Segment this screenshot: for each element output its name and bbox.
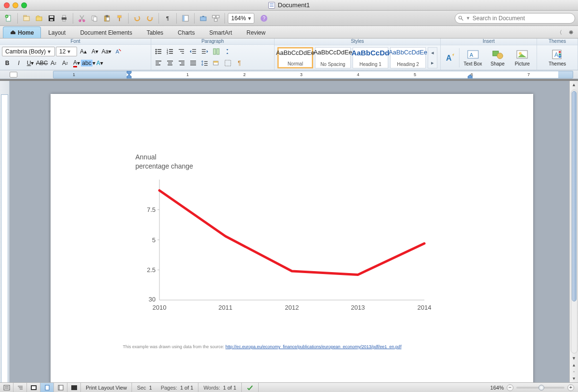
copy-button[interactable] (89, 13, 100, 24)
spellcheck-button[interactable] (242, 383, 259, 392)
next-page-button[interactable]: ▾ (573, 376, 575, 382)
help-button[interactable]: ? (258, 13, 270, 24)
insert-picture-button[interactable]: Picture (511, 49, 534, 66)
scroll-down-button[interactable]: ▼ (570, 354, 578, 362)
font-size-select[interactable]: 12▾ (56, 47, 77, 56)
bullets-button[interactable] (153, 47, 164, 56)
show-formatting-button[interactable]: ¶ (162, 13, 173, 24)
print-layout-view-button[interactable] (40, 383, 54, 392)
first-line-indent-marker[interactable] (127, 71, 131, 78)
style-normal[interactable]: AaBbCcDdEe Normal (277, 47, 313, 68)
subscript-button[interactable]: A2 (60, 58, 70, 68)
change-case-button[interactable]: Aa▾ (101, 47, 112, 56)
fullscreen-view-button[interactable] (67, 383, 81, 392)
insert-text-effects-button[interactable]: A (444, 52, 457, 64)
ruler-track[interactable]: 1 1 2 3 4 5 6 7 (53, 71, 573, 78)
new-doc-button[interactable]: + (3, 13, 14, 24)
tab-selector[interactable] (10, 72, 17, 78)
align-right-button[interactable] (176, 58, 187, 68)
paragraph-dialog-button[interactable]: ¶ (234, 58, 245, 68)
document-page[interactable]: Annualpercentage change 2.5 5 7.5 2010 (51, 94, 533, 382)
style-no-spacing[interactable]: AaBbCcDdEe No Spacing (315, 47, 351, 68)
style-heading-1[interactable]: AaBbCcDd Heading 1 (353, 47, 388, 68)
save-button[interactable] (46, 13, 57, 24)
tab-smartart[interactable]: SmartArt (202, 26, 239, 38)
clear-format-button[interactable]: A (113, 47, 123, 56)
search-field[interactable]: ▾ (455, 13, 575, 24)
insert-shape-button[interactable]: Shape (486, 49, 509, 66)
document-area[interactable]: Annualpercentage change 2.5 5 7.5 2010 (0, 81, 569, 382)
right-indent-marker[interactable] (468, 71, 473, 78)
prev-page-button[interactable]: ▴ (573, 362, 575, 369)
zoom-out-button[interactable]: − (507, 384, 513, 391)
text-direction-button[interactable] (211, 47, 222, 56)
section-indicator[interactable]: Sec 1 Pages: 1 of 1 (132, 383, 198, 392)
draft-view-button[interactable] (0, 383, 13, 392)
zoom-thumb[interactable] (539, 385, 544, 391)
increase-indent-button[interactable] (199, 47, 210, 56)
zoom-in-button[interactable]: + (567, 384, 574, 391)
styles-gallery-nav[interactable]: ◂ ▸ (428, 47, 437, 68)
print-button[interactable] (58, 13, 70, 24)
justify-button[interactable] (188, 58, 198, 68)
vertical-scrollbar[interactable]: ▲ ▼ ▴ ◦ ▾ (569, 81, 578, 382)
zoom-readout[interactable]: 164% (490, 385, 504, 391)
italic-button[interactable]: I (13, 58, 24, 68)
insert-textbox-button[interactable]: A Text Box (461, 49, 484, 66)
scroll-thumb[interactable] (572, 91, 577, 301)
search-input[interactable] (473, 15, 572, 22)
word-count[interactable]: Words: 1 of 1 (198, 383, 241, 392)
shrink-font-button[interactable]: A▾ (90, 47, 100, 56)
undo-button[interactable] (131, 13, 143, 24)
collapse-ribbon-button[interactable]: 〈 (555, 28, 564, 37)
source-link[interactable]: http://ec.europa.eu/economy_finance/publ… (225, 344, 401, 349)
zoom-select[interactable]: 164% ▾ (228, 13, 254, 24)
outline-view-button[interactable] (13, 383, 27, 392)
tab-layout[interactable]: Layout (41, 26, 73, 38)
ribbon-options-button[interactable]: ❋ (566, 28, 575, 37)
numbering-button[interactable]: 123 (165, 47, 175, 56)
multilevel-list-button[interactable] (176, 47, 187, 56)
paste-button[interactable] (101, 13, 113, 24)
decrease-indent-button[interactable] (188, 47, 198, 56)
sort-button[interactable] (223, 47, 233, 56)
tab-review[interactable]: Review (239, 26, 273, 38)
scroll-up-button[interactable]: ▲ (570, 81, 578, 89)
align-center-button[interactable] (165, 58, 175, 68)
tab-document-elements[interactable]: Document Elements (73, 26, 139, 38)
tab-tables[interactable]: Tables (139, 26, 171, 38)
strikethrough-button[interactable]: ABC (37, 58, 47, 68)
font-color-button[interactable]: A▾ (71, 58, 82, 68)
open-button[interactable] (33, 13, 45, 24)
themes-button[interactable]: Aa Themes (546, 49, 569, 66)
notebook-view-button[interactable] (54, 383, 67, 392)
button-label: Picture (515, 61, 530, 66)
underline-button[interactable]: U▾ (25, 58, 36, 68)
format-painter-button[interactable] (114, 13, 125, 24)
browse-object-button[interactable]: ◦ (573, 369, 575, 376)
redo-button[interactable] (144, 13, 156, 24)
align-left-button[interactable] (153, 58, 164, 68)
horizontal-ruler[interactable]: 1 1 2 3 4 5 6 7 (0, 70, 578, 79)
new-from-template-button[interactable] (21, 13, 32, 24)
publishing-view-button[interactable] (27, 383, 40, 392)
tab-charts[interactable]: Charts (171, 26, 202, 38)
bold-button[interactable]: B (2, 58, 13, 68)
line-spacing-button[interactable] (199, 58, 210, 68)
toolbox-button[interactable] (197, 13, 209, 24)
borders-button[interactable] (223, 58, 233, 68)
font-name-select[interactable]: Cambria (Body)▾ (2, 47, 55, 56)
grow-font-button[interactable]: A▴ (78, 47, 89, 56)
media-browser-button[interactable] (210, 13, 222, 24)
cut-button[interactable] (76, 13, 88, 24)
zoom-track[interactable] (516, 387, 565, 389)
sidebar-toggle-button[interactable] (180, 13, 191, 24)
scroll-track[interactable] (571, 90, 578, 353)
text-effects-button[interactable]: A▾ (94, 58, 105, 68)
vertical-ruler[interactable] (0, 81, 10, 382)
tab-home[interactable]: Home (3, 26, 41, 38)
style-heading-2[interactable]: AaBbCcDdEe Heading 2 (390, 47, 426, 68)
shading-button[interactable] (211, 58, 222, 68)
highlight-button[interactable]: abc▾ (83, 58, 93, 68)
superscript-button[interactable]: A2 (48, 58, 59, 68)
